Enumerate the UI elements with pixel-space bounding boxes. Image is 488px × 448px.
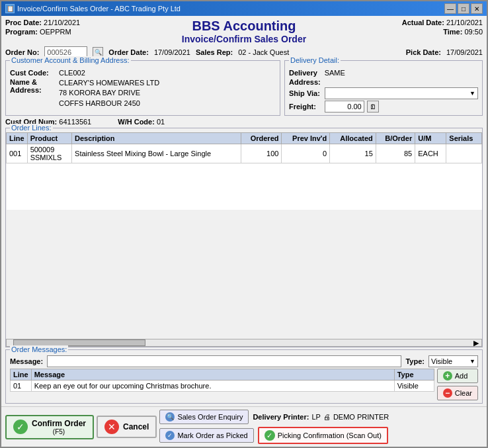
freight-label: Freight: [289,103,321,111]
wh-code-group: W/H Code: 01 [118,118,165,126]
confirm-check-icon: ✓ [13,420,28,434]
customer-addr2: COFFS HARBOUR 2450 [59,99,159,109]
header-center: BBS Accounting Invoice/Confirm Sales Ord… [182,19,306,44]
ship-via-combo[interactable]: ▼ [325,87,478,99]
col-border: B/Order [376,133,415,144]
delivery-address-label: Address: [289,78,321,86]
clear-btn-label: Clear [455,389,472,397]
horizontal-scrollbar[interactable]: ▶ [6,339,482,347]
mark-order-picked-button[interactable]: ✓ Mark Order as Picked [159,428,253,443]
close-button[interactable]: ✕ [471,3,483,14]
cell-product: 500009SSMIXLS [27,144,71,163]
col-product: Product [27,133,71,144]
header-right: Actual Date: 21/10/2021 Time: 09:50 [309,19,483,36]
printer-section: Delivery Printer: LP 🖨 DEMO PRINTER [253,413,389,421]
message-input-row: Message: Type: Visible ▼ [10,355,478,367]
order-lines-title: Order Lines: [10,124,53,132]
title-bar-controls: — □ ✕ [444,3,483,14]
program-value: OEPPRM [40,28,71,36]
minimize-button[interactable]: — [444,3,456,14]
clear-message-button[interactable]: − Clear [437,386,478,400]
freight-row: 🗓 [325,101,478,112]
footer-bottom-row: ✓ Mark Order as Picked ✓ Picking Confirm… [159,427,483,444]
footer-middle: 🔍 Sales Order Enquiry Delivery Printer: … [159,410,483,444]
cancel-button[interactable]: ✕ Cancel [97,416,157,438]
time-value: 09:50 [464,28,483,36]
confirm-order-text: Confirm Order (F5) [32,419,86,435]
cancel-x-icon: ✕ [104,420,119,434]
col-prev-invd: Prev Inv'd [282,133,330,144]
footer: ✓ Confirm Order (F5) ✕ Cancel 🔍 Sales Or… [1,406,487,447]
message-input[interactable] [47,355,401,367]
messages-table: Line Message Type 01 Keep an eye out for… [10,369,434,392]
sales-order-enquiry-button[interactable]: 🔍 Sales Order Enquiry [159,410,249,424]
cell-ordered: 100 [241,144,282,163]
printer-name: DEMO PRINTER [333,413,389,421]
mark-order-icon: ✓ [165,431,175,440]
actual-date-value: 21/10/2021 [446,19,483,26]
address-label: Address: [10,86,56,94]
msg-cell-message: Keep an eye out for our upcoming Christm… [31,381,394,392]
proc-date-row: Proc Date: 21/10/2021 [5,19,179,26]
sales-rep-label: Sales Rep: [196,48,233,56]
type-chevron-icon: ▼ [469,358,475,365]
delivery-grid: Delivery SAME Address: Ship Via: ▼ Freig… [289,69,478,112]
pick-date-label: Pick Date: [406,48,441,56]
order-date-label: Order Date: [108,48,149,56]
scan-out-label: Picking Confirmation (Scan Out) [278,431,382,439]
sales-rep-value: 02 - Jack Quest [238,48,289,56]
mark-order-label: Mark Order as Picked [177,431,247,439]
freight-input[interactable] [325,101,364,112]
message-row[interactable]: 01 Keep an eye out for our upcoming Chri… [11,381,434,392]
cell-um: EACH [415,144,446,163]
two-panels: Customer Account & Billing Address: Cust… [5,60,483,116]
msg-cell-type: Visible [394,381,434,392]
cust-code-label: Cust Code: [10,69,56,77]
app-subtitle: Invoice/Confirm Sales Order [182,34,306,44]
main-content: Proc Date: 21/10/2021 Program: OEPPRM BB… [1,16,487,406]
confirm-order-f5: (F5) [32,428,86,435]
program-label: Program: [5,28,38,36]
scroll-right-arrow[interactable]: ▶ [473,339,481,347]
header-left: Proc Date: 21/10/2021 Program: OEPPRM [5,19,179,36]
name-label-group: Name & Address: [10,78,56,94]
confirm-order-button[interactable]: ✓ Confirm Order (F5) [5,415,94,439]
table-row[interactable]: 001 500009SSMIXLS Stainless Steel Mixing… [7,144,482,163]
time-row: Time: 09:50 [309,28,483,36]
app-title: BBS Accounting [182,19,306,34]
freight-calc-button[interactable]: 🗓 [367,101,379,112]
header-section: Proc Date: 21/10/2021 Program: OEPPRM BB… [5,19,483,44]
ship-via-label: Ship Via: [289,89,321,97]
program-row: Program: OEPPRM [5,28,179,36]
address-lines: CLEARY'S HOMEWARES LTD 78 KORORA BAY DRI… [59,78,159,109]
title-bar-left: 📋 Invoice/Confirm Sales Order - ABC Trad… [5,4,181,13]
proc-date-label: Proc Date: [5,19,42,26]
wh-code-value: 01 [157,118,165,126]
footer-top-row: 🔍 Sales Order Enquiry Delivery Printer: … [159,410,483,424]
add-btn-label: Add [455,372,468,380]
title-bar: 📋 Invoice/Confirm Sales Order - ABC Trad… [1,1,487,16]
cell-border: 85 [376,144,415,163]
type-value: Visible [431,357,452,365]
printer-code: LP [311,413,320,421]
delivery-value: SAME [325,69,478,77]
msg-col-line: Line [11,369,32,381]
add-message-button[interactable]: + Add [437,369,478,383]
picking-confirmation-scan-out-button[interactable]: ✓ Picking Confirmation (Scan Out) [258,427,388,444]
cell-prev-invd: 0 [282,144,330,163]
wh-code-label: W/H Code: [118,118,155,126]
order-lines-table-container: Line Product Description Ordered Prev In… [6,132,482,339]
type-combo[interactable]: Visible ▼ [428,355,478,367]
cell-serials [446,144,482,163]
cell-line: 001 [7,144,28,163]
col-line: Line [7,133,28,144]
chevron-down-icon: ▼ [469,90,475,97]
restore-button[interactable]: □ [458,3,469,14]
messages-group: Order Messages: Message: Type: Visible ▼… [5,349,483,404]
msg-table-area: Line Message Type 01 Keep an eye out for… [10,369,478,400]
cell-description: Stainless Steel Mixing Bowl - Large Sing… [72,144,241,163]
time-label: Time: [443,28,462,36]
main-window: 📋 Invoice/Confirm Sales Order - ABC Trad… [0,0,488,448]
col-ordered: Ordered [241,133,282,144]
printer-icon: 🖨 [323,413,331,421]
